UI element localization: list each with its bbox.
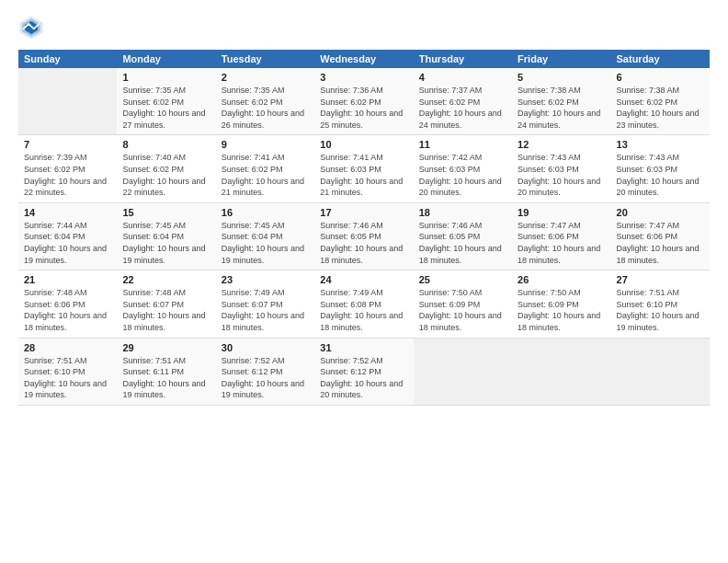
day-number: 15 xyxy=(122,207,210,218)
calendar-table: SundayMondayTuesdayWednesdayThursdayFrid… xyxy=(18,50,710,406)
day-info: Sunrise: 7:42 AMSunset: 6:03 PMDaylight:… xyxy=(419,152,506,198)
day-number: 9 xyxy=(222,139,309,150)
day-cell: 22Sunrise: 7:48 AMSunset: 6:07 PMDayligh… xyxy=(117,270,215,338)
day-cell: 26Sunrise: 7:50 AMSunset: 6:09 PMDayligh… xyxy=(512,270,610,338)
day-info: Sunrise: 7:35 AMSunset: 6:02 PMDaylight:… xyxy=(222,85,309,131)
day-cell: 8Sunrise: 7:40 AMSunset: 6:02 PMDaylight… xyxy=(117,135,215,202)
day-info: Sunrise: 7:46 AMSunset: 6:05 PMDaylight:… xyxy=(320,220,407,266)
day-number: 20 xyxy=(617,207,704,218)
day-cell xyxy=(611,338,710,405)
day-cell: 21Sunrise: 7:48 AMSunset: 6:06 PMDayligh… xyxy=(18,270,117,338)
day-info: Sunrise: 7:50 AMSunset: 6:09 PMDaylight:… xyxy=(419,287,506,333)
day-cell: 15Sunrise: 7:45 AMSunset: 6:04 PMDayligh… xyxy=(117,202,215,270)
day-number: 4 xyxy=(419,72,506,83)
day-info: Sunrise: 7:49 AMSunset: 6:07 PMDaylight:… xyxy=(222,287,309,333)
day-number: 17 xyxy=(320,207,407,218)
day-info: Sunrise: 7:48 AMSunset: 6:07 PMDaylight:… xyxy=(122,287,210,333)
col-header-sunday: Sunday xyxy=(18,50,117,68)
week-row-2: 7Sunrise: 7:39 AMSunset: 6:02 PMDaylight… xyxy=(18,135,710,202)
day-info: Sunrise: 7:51 AMSunset: 6:10 PMDaylight:… xyxy=(24,355,111,401)
day-number: 21 xyxy=(24,274,111,285)
day-cell xyxy=(414,338,512,405)
week-row-4: 21Sunrise: 7:48 AMSunset: 6:06 PMDayligh… xyxy=(18,270,710,338)
day-info: Sunrise: 7:49 AMSunset: 6:08 PMDaylight:… xyxy=(320,287,407,333)
logo xyxy=(18,15,48,40)
header xyxy=(18,15,710,40)
day-cell: 13Sunrise: 7:43 AMSunset: 6:03 PMDayligh… xyxy=(611,135,710,202)
day-info: Sunrise: 7:52 AMSunset: 6:12 PMDaylight:… xyxy=(320,355,407,401)
day-cell: 4Sunrise: 7:37 AMSunset: 6:02 PMDaylight… xyxy=(414,68,512,135)
day-number: 23 xyxy=(222,274,309,285)
day-info: Sunrise: 7:45 AMSunset: 6:04 PMDaylight:… xyxy=(222,220,309,266)
col-header-saturday: Saturday xyxy=(611,50,710,68)
day-number: 2 xyxy=(222,72,309,83)
day-cell: 25Sunrise: 7:50 AMSunset: 6:09 PMDayligh… xyxy=(414,270,512,338)
day-info: Sunrise: 7:45 AMSunset: 6:04 PMDaylight:… xyxy=(122,220,210,266)
day-number: 16 xyxy=(222,207,309,218)
week-row-5: 28Sunrise: 7:51 AMSunset: 6:10 PMDayligh… xyxy=(18,338,710,405)
day-cell: 31Sunrise: 7:52 AMSunset: 6:12 PMDayligh… xyxy=(314,338,413,405)
day-number: 7 xyxy=(24,139,111,150)
day-number: 1 xyxy=(122,72,210,83)
day-cell: 24Sunrise: 7:49 AMSunset: 6:08 PMDayligh… xyxy=(314,270,413,338)
day-info: Sunrise: 7:48 AMSunset: 6:06 PMDaylight:… xyxy=(24,287,111,333)
col-header-monday: Monday xyxy=(117,50,215,68)
day-cell: 16Sunrise: 7:45 AMSunset: 6:04 PMDayligh… xyxy=(216,202,314,270)
day-cell: 9Sunrise: 7:41 AMSunset: 6:02 PMDaylight… xyxy=(216,135,314,202)
day-cell: 2Sunrise: 7:35 AMSunset: 6:02 PMDaylight… xyxy=(216,68,314,135)
day-cell: 23Sunrise: 7:49 AMSunset: 6:07 PMDayligh… xyxy=(216,270,314,338)
day-info: Sunrise: 7:38 AMSunset: 6:02 PMDaylight:… xyxy=(518,85,605,131)
day-cell: 29Sunrise: 7:51 AMSunset: 6:11 PMDayligh… xyxy=(117,338,215,405)
day-info: Sunrise: 7:43 AMSunset: 6:03 PMDaylight:… xyxy=(518,152,605,198)
day-info: Sunrise: 7:44 AMSunset: 6:04 PMDaylight:… xyxy=(24,220,111,266)
day-info: Sunrise: 7:46 AMSunset: 6:05 PMDaylight:… xyxy=(419,220,506,266)
day-number: 19 xyxy=(518,207,605,218)
week-row-3: 14Sunrise: 7:44 AMSunset: 6:04 PMDayligh… xyxy=(18,202,710,270)
day-cell xyxy=(512,338,610,405)
day-cell: 20Sunrise: 7:47 AMSunset: 6:06 PMDayligh… xyxy=(611,202,710,270)
day-cell: 19Sunrise: 7:47 AMSunset: 6:06 PMDayligh… xyxy=(512,202,610,270)
day-number: 11 xyxy=(419,139,506,150)
day-info: Sunrise: 7:51 AMSunset: 6:11 PMDaylight:… xyxy=(122,355,210,401)
day-number: 31 xyxy=(320,342,407,353)
day-cell: 14Sunrise: 7:44 AMSunset: 6:04 PMDayligh… xyxy=(18,202,117,270)
day-number: 5 xyxy=(518,72,605,83)
day-number: 14 xyxy=(24,207,111,218)
logo-icon xyxy=(18,15,44,40)
day-number: 6 xyxy=(617,72,704,83)
day-info: Sunrise: 7:41 AMSunset: 6:02 PMDaylight:… xyxy=(222,152,309,198)
day-cell: 7Sunrise: 7:39 AMSunset: 6:02 PMDaylight… xyxy=(18,135,117,202)
col-header-thursday: Thursday xyxy=(414,50,512,68)
day-number: 12 xyxy=(518,139,605,150)
day-cell: 6Sunrise: 7:38 AMSunset: 6:02 PMDaylight… xyxy=(611,68,710,135)
day-number: 18 xyxy=(419,207,506,218)
day-info: Sunrise: 7:43 AMSunset: 6:03 PMDaylight:… xyxy=(617,152,704,198)
day-cell: 10Sunrise: 7:41 AMSunset: 6:03 PMDayligh… xyxy=(314,135,413,202)
day-cell: 5Sunrise: 7:38 AMSunset: 6:02 PMDaylight… xyxy=(512,68,610,135)
day-cell: 18Sunrise: 7:46 AMSunset: 6:05 PMDayligh… xyxy=(414,202,512,270)
day-info: Sunrise: 7:40 AMSunset: 6:02 PMDaylight:… xyxy=(122,152,210,198)
day-cell: 1Sunrise: 7:35 AMSunset: 6:02 PMDaylight… xyxy=(117,68,215,135)
day-number: 13 xyxy=(617,139,704,150)
week-row-1: 1Sunrise: 7:35 AMSunset: 6:02 PMDaylight… xyxy=(18,68,710,135)
day-cell: 17Sunrise: 7:46 AMSunset: 6:05 PMDayligh… xyxy=(314,202,413,270)
day-info: Sunrise: 7:39 AMSunset: 6:02 PMDaylight:… xyxy=(24,152,111,198)
day-cell: 30Sunrise: 7:52 AMSunset: 6:12 PMDayligh… xyxy=(216,338,314,405)
day-number: 27 xyxy=(617,274,704,285)
day-info: Sunrise: 7:38 AMSunset: 6:02 PMDaylight:… xyxy=(617,85,704,131)
day-info: Sunrise: 7:35 AMSunset: 6:02 PMDaylight:… xyxy=(122,85,210,131)
col-header-tuesday: Tuesday xyxy=(216,50,314,68)
col-header-friday: Friday xyxy=(512,50,610,68)
day-cell xyxy=(18,68,117,135)
day-number: 29 xyxy=(122,342,210,353)
day-cell: 12Sunrise: 7:43 AMSunset: 6:03 PMDayligh… xyxy=(512,135,610,202)
day-info: Sunrise: 7:47 AMSunset: 6:06 PMDaylight:… xyxy=(617,220,704,266)
day-number: 26 xyxy=(518,274,605,285)
day-cell: 3Sunrise: 7:36 AMSunset: 6:02 PMDaylight… xyxy=(314,68,413,135)
day-info: Sunrise: 7:52 AMSunset: 6:12 PMDaylight:… xyxy=(222,355,309,401)
day-number: 28 xyxy=(24,342,111,353)
day-cell: 11Sunrise: 7:42 AMSunset: 6:03 PMDayligh… xyxy=(414,135,512,202)
day-number: 25 xyxy=(419,274,506,285)
day-info: Sunrise: 7:41 AMSunset: 6:03 PMDaylight:… xyxy=(320,152,407,198)
day-number: 22 xyxy=(122,274,210,285)
